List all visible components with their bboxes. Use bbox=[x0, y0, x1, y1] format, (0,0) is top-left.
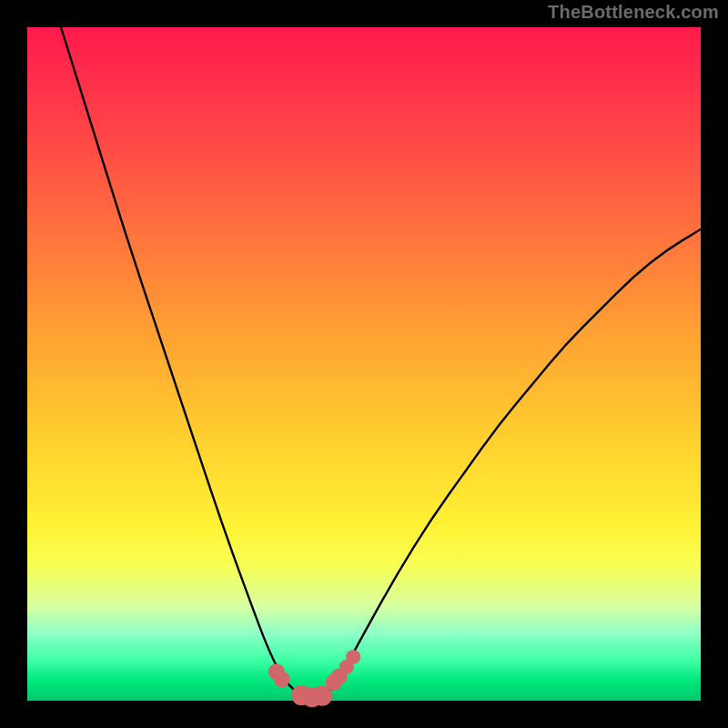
plot-area bbox=[27, 27, 701, 701]
bottleneck-curve bbox=[61, 27, 701, 697]
watermark-text: TheBottleneck.com bbox=[548, 2, 719, 23]
chart-frame: TheBottleneck.com bbox=[0, 0, 728, 728]
marker-group bbox=[268, 650, 360, 707]
curve-layer bbox=[27, 27, 701, 701]
marker-dot bbox=[274, 671, 290, 687]
marker-dot bbox=[346, 650, 360, 664]
